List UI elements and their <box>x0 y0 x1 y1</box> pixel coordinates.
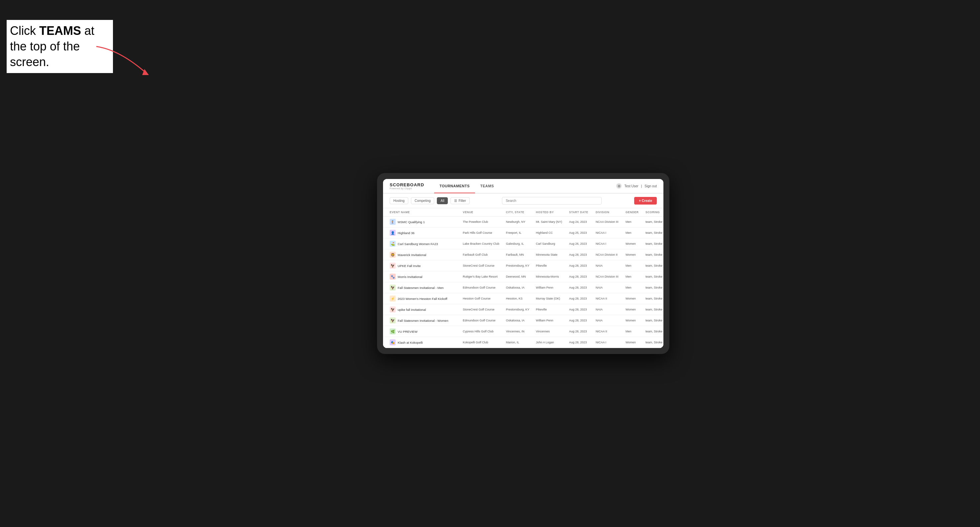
col-scoring: SCORING <box>646 211 663 214</box>
search-input[interactable] <box>502 197 601 205</box>
venue-cell: Park Hills Golf Course <box>463 231 506 235</box>
division-cell: NAIA <box>596 264 625 267</box>
start-date-cell: Aug 28, 2023 <box>569 297 596 300</box>
division-cell: NCAA Division III <box>596 275 625 278</box>
start-date-cell: Aug 28, 2023 <box>569 264 596 267</box>
event-icon: 🦅 <box>390 317 396 324</box>
city-state-cell: Galesburg, IL <box>506 242 536 245</box>
hosted-by-cell: William Penn <box>536 319 569 322</box>
division-cell: NCAA Division II <box>596 253 625 256</box>
event-name-cell: ⛳ Carl Sandburg Women FA23 <box>390 241 463 247</box>
col-hosted-by: HOSTED BY <box>536 211 569 214</box>
start-date-cell: Aug 28, 2023 <box>569 341 596 344</box>
start-date-cell: Aug 28, 2023 <box>569 308 596 311</box>
event-name-cell: 🦅 Fall Statesmen Invitational - Women <box>390 317 463 324</box>
city-state-cell: Freeport, IL <box>506 231 536 235</box>
col-event-name: EVENT NAME <box>390 211 463 214</box>
gender-cell: Men <box>625 330 646 333</box>
data-table: EVENT NAME VENUE CITY, STATE HOSTED BY S… <box>383 208 663 348</box>
city-state-cell: Marion, IL <box>506 341 536 344</box>
gender-cell: Women <box>625 319 646 322</box>
division-cell: NICAA I <box>596 242 625 245</box>
table-row: 🦁 Maverick Invitational Faribault Golf C… <box>383 249 663 260</box>
event-name-text: Morris Invitational <box>398 275 422 279</box>
event-name-cell: 👤 Highland 36 <box>390 230 463 236</box>
start-date-cell: Aug 25, 2023 <box>569 231 596 235</box>
event-icon: 🦅 <box>390 284 396 290</box>
table-row: ⛳ Carl Sandburg Women FA23 Lake Bracken … <box>383 238 663 249</box>
event-icon: 🦅 <box>390 306 396 313</box>
hosting-filter-btn[interactable]: Hosting <box>390 197 408 204</box>
event-name-text: upike fall invitational <box>398 308 426 311</box>
event-name-cell: 🦅 upike fall invitational <box>390 306 463 313</box>
division-cell: NICAA I <box>596 341 625 344</box>
division-cell: NICAA I <box>596 231 625 235</box>
venue-cell: StoneCrest Golf Course <box>463 264 506 267</box>
logo-area: SCOREBOARD Powered by Clippit <box>390 182 424 190</box>
instruction-bold: TEAMS <box>39 24 81 38</box>
gender-cell: Men <box>625 286 646 289</box>
gender-cell: Women <box>625 242 646 245</box>
filter-icon: ☰ <box>454 199 457 203</box>
city-state-cell: Oskaloosa, IA <box>506 319 536 322</box>
scoring-cell: team, Stroke Play <box>646 319 663 322</box>
venue-cell: Cypress Hills Golf Club <box>463 330 506 333</box>
col-gender: GENDER <box>625 211 646 214</box>
division-cell: NAIA <box>596 286 625 289</box>
event-name-text: Maverick Invitational <box>398 253 426 257</box>
gender-cell: Women <box>625 253 646 256</box>
gender-cell: Men <box>625 220 646 224</box>
gear-icon[interactable]: ⚙ <box>616 183 622 189</box>
scoring-cell: team, Stroke Play <box>646 275 663 278</box>
start-date-cell: Aug 28, 2023 <box>569 319 596 322</box>
hosted-by-cell: Pikeville <box>536 264 569 267</box>
event-icon: 🏌 <box>390 219 396 225</box>
event-name-text: Klash at Kokopelli <box>398 341 423 344</box>
venue-cell: Faribault Golf Club <box>463 253 506 256</box>
gender-cell: Men <box>625 275 646 278</box>
start-date-cell: Aug 28, 2023 <box>569 330 596 333</box>
event-icon: 🐾 <box>390 274 396 279</box>
division-cell: NICAA II <box>596 330 625 333</box>
table-row: 🦅 Fall Statesmen Invitational - Men Edmu… <box>383 282 663 293</box>
filter-toggle-btn[interactable]: ☰ Filter <box>450 197 469 204</box>
venue-cell: The Powelton Club <box>463 220 506 224</box>
city-state-cell: Faribault, MN <box>506 253 536 256</box>
signout-link[interactable]: Sign out <box>644 184 657 188</box>
scoring-cell: team, Stroke Play <box>646 264 663 267</box>
table-header: EVENT NAME VENUE CITY, STATE HOSTED BY S… <box>383 208 663 216</box>
event-name-cell: 🦅 UPKE Fall Invite <box>390 263 463 269</box>
all-filter-btn[interactable]: All <box>437 197 448 204</box>
event-icon: 🌿 <box>390 329 396 334</box>
nav-tabs: TOURNAMENTS TEAMS <box>434 179 617 193</box>
scoring-cell: team, Stroke Play <box>646 308 663 311</box>
hosted-by-cell: Minnesota-Morris <box>536 275 569 278</box>
nav-tab-tournaments[interactable]: TOURNAMENTS <box>434 179 475 193</box>
table-row: 🎭 Klash at Kokopelli Kokopelli Golf Club… <box>383 337 663 348</box>
gender-cell: Men <box>625 264 646 267</box>
event-name-text: UPKE Fall Invite <box>398 264 420 268</box>
logo-text: SCOREBOARD <box>390 182 424 187</box>
venue-cell: Hesston Golf Course <box>463 297 506 300</box>
gender-cell: Women <box>625 308 646 311</box>
scoring-cell: team, Stroke Play <box>646 286 663 289</box>
city-state-cell: Newburgh, NY <box>506 220 536 224</box>
division-cell: NAIA <box>596 308 625 311</box>
nav-tab-teams[interactable]: TEAMS <box>475 179 499 193</box>
start-date-cell: Aug 28, 2023 <box>569 253 596 256</box>
competing-filter-btn[interactable]: Competing <box>411 197 434 204</box>
gender-cell: Women <box>625 297 646 300</box>
filter-label: Filter <box>458 199 466 203</box>
instruction-prefix: Click <box>10 24 39 38</box>
venue-cell: StoneCrest Golf Course <box>463 308 506 311</box>
create-btn[interactable]: + Create <box>634 197 657 205</box>
event-icon: 🦁 <box>390 252 396 258</box>
gender-cell: Men <box>625 231 646 235</box>
table-row: 🦅 UPKE Fall Invite StoneCrest Golf Cours… <box>383 260 663 271</box>
table-row: ⚡ 2023 Women's Hesston Fall Kickoff Hess… <box>383 293 663 304</box>
gender-cell: Women <box>625 341 646 344</box>
city-state-cell: Hesston, KS <box>506 297 536 300</box>
table-body: 🏌 MSMC Qualifying 1 The Powelton Club Ne… <box>383 216 663 348</box>
hosted-by-cell: Carl Sandburg <box>536 242 569 245</box>
col-venue: VENUE <box>463 211 506 214</box>
